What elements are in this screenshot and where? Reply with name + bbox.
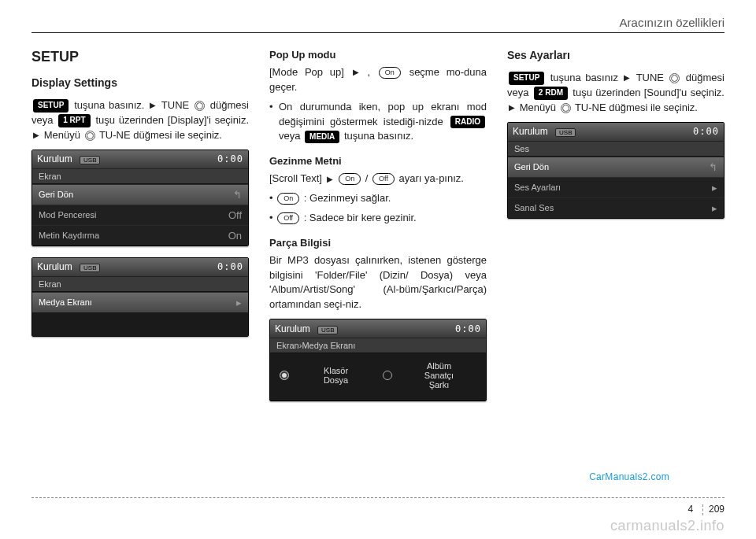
text: ayarı ya-pınız. — [399, 172, 464, 184]
screen-clock: 0:00 — [693, 126, 719, 137]
row-value: Off — [228, 209, 242, 221]
display-settings-text: SETUP tuşuna basınız. ▶ TUNE düğmesi vey… — [32, 98, 249, 143]
screen-title: Kurulum — [513, 126, 548, 137]
row-label: Geri Dön — [514, 162, 549, 172]
sound-settings-text: SETUP tuşuna basınız ▶ TUNE düğmesi veya… — [507, 71, 724, 116]
usb-badge: USB — [80, 264, 100, 272]
arrow-icon: ▶ — [327, 174, 333, 186]
page-num: 209 — [709, 504, 724, 515]
screen-title: Kurulum — [37, 261, 72, 272]
chevron-right-icon: ▸ — [712, 202, 717, 214]
text: , — [367, 66, 370, 78]
page-footer: 4 209 — [32, 497, 724, 515]
column-3: Ses Ayarları SETUP tuşuna basınız ▶ TUNE… — [507, 49, 724, 412]
heading-sound-settings: Ses Ayarları — [507, 49, 724, 61]
text: TUNE — [636, 72, 664, 83]
usb-badge: USB — [80, 156, 100, 164]
chevron-right-icon: ▸ — [236, 297, 242, 308]
screen-breadcrumb: Ekran›Medya Ekranı — [270, 338, 486, 353]
bullet-off: • Off : Sadece bir kere gezinir. — [269, 211, 487, 226]
text: TU-NE düğmesi ile seçiniz. — [99, 129, 222, 141]
watermark-carmanuals2-info: carmanuals2.info — [610, 518, 724, 534]
media-button-label: MEDIA — [305, 131, 339, 144]
screen-title: Kurulum — [275, 323, 310, 334]
usb-badge: USB — [555, 128, 576, 137]
text: tuşu üzerinden [Display]'i seçiniz. — [95, 114, 249, 126]
radio-unselected-icon — [383, 371, 392, 380]
heading-setup: SETUP — [32, 49, 249, 65]
popup-mode-text: [Mode Pop up] ▶ , On seçme mo-duna geçer… — [269, 65, 487, 95]
tune-knob-icon — [195, 101, 205, 111]
heading-scroll-text: Gezinme Metni — [269, 155, 487, 167]
arrow-icon: ▶ — [150, 100, 156, 112]
text: tuşuna basınız. — [344, 130, 413, 142]
text: TUNE — [161, 99, 189, 111]
heading-display-settings: Display Settings — [32, 76, 249, 89]
option-label: Şarkı — [397, 380, 481, 389]
bullet-on: • On : Gezinmeyi sağlar. — [269, 191, 487, 206]
option-album-artist-song: Albüm Sanatçı Şarkı — [397, 361, 481, 389]
text: veya — [279, 130, 300, 142]
page-header: Aracınızın özellikleri — [32, 16, 724, 33]
text: tuşuna basınız — [550, 72, 618, 83]
text: : Sadece bir kere gezinir. — [304, 212, 417, 223]
menu-row-sound-settings: Ses Ayarları ▸ — [508, 177, 724, 198]
column-2: Pop Up modu [Mode Pop up] ▶ , On seçme m… — [269, 49, 487, 412]
menu-row-popup: Mod Penceresi Off — [32, 205, 248, 225]
content-columns: SETUP Display Settings SETUP tuşuna bası… — [32, 49, 724, 412]
row-label: Mod Penceresi — [39, 210, 96, 220]
screen-header: Kurulum USB 0:00 — [508, 123, 724, 141]
column-1: SETUP Display Settings SETUP tuşuna bası… — [32, 49, 249, 412]
heading-popup-mode: Pop Up modu — [269, 49, 487, 61]
device-screen-media: Kurulum USB 0:00 Ekran Medya Ekranı ▸ — [32, 257, 249, 337]
screen-title: Kurulum — [37, 153, 72, 164]
back-icon: ↰ — [709, 161, 717, 173]
scroll-text-line: [Scroll Text] ▶ On / Off ayarı ya-pınız. — [269, 172, 487, 186]
heading-track-info: Parça Bilgisi — [269, 237, 487, 249]
radio-selected-icon — [280, 371, 289, 380]
menu-row-back: Geri Dön ↰ — [508, 157, 724, 177]
option-label: Sanatçı — [397, 371, 481, 380]
setup-button-label: SETUP — [509, 72, 544, 85]
radio-button-label: RADIO — [450, 116, 485, 129]
row-label: Sanal Ses — [514, 203, 554, 212]
option-label: Klasör — [294, 366, 378, 375]
arrow-icon: ▶ — [353, 67, 359, 79]
arrow-icon: ▶ — [33, 130, 39, 142]
screen-header: Kurulum USB 0:00 — [32, 258, 248, 276]
off-pill: Off — [277, 212, 299, 224]
option-folder-file: Klasör Dosya — [294, 366, 378, 385]
screen-breadcrumb: Ekran — [32, 168, 248, 184]
tune-knob-icon — [85, 131, 95, 141]
tune-knob-icon — [669, 73, 680, 83]
text: tuşuna basınız. — [74, 99, 144, 111]
screen-header: Kurulum USB 0:00 — [32, 150, 248, 168]
screen-breadcrumb: Ekran — [32, 276, 248, 292]
row-label: Ses Ayarları — [514, 183, 561, 192]
option-group: Klasör Dosya Albüm Sanatçı Şarkı — [270, 353, 486, 401]
option-label: Albüm — [397, 361, 481, 371]
menu-row-scroll: Metin Kaydırma On — [32, 225, 248, 246]
screen-clock: 0:00 — [455, 323, 481, 334]
off-pill: Off — [372, 173, 395, 185]
text: : Gezinmeyi sağlar. — [304, 192, 391, 204]
device-screen-media-options: Kurulum USB 0:00 Ekran›Medya Ekranı Klas… — [269, 319, 487, 401]
menu-row-virtual-sound: Sanal Ses ▸ — [508, 198, 724, 218]
section-number: 4 — [688, 504, 694, 515]
device-screen-display: Kurulum USB 0:00 Ekran Geri Dön ↰ Mod Pe… — [32, 150, 249, 246]
watermark-carmanuals2-com: CarManuals2.com — [589, 471, 669, 482]
row-label: Geri Dön — [39, 190, 73, 199]
page-number: 4 209 — [688, 504, 724, 515]
on-pill: On — [379, 67, 401, 79]
row-label: Metin Kaydırma — [39, 231, 99, 240]
text: / — [365, 172, 369, 184]
screen-header: Kurulum USB 0:00 — [270, 319, 486, 338]
tune-knob-icon — [561, 103, 571, 113]
arrow-icon: ▶ — [509, 102, 515, 114]
row-label: Medya Ekranı — [39, 297, 92, 307]
menu-row-media-screen: Medya Ekranı ▸ — [32, 292, 248, 312]
chevron-right-icon: ▸ — [712, 182, 717, 194]
arrow-icon: ▶ — [624, 72, 630, 84]
text: [Scroll Text] — [269, 172, 322, 184]
text: Menüyü — [520, 102, 556, 113]
